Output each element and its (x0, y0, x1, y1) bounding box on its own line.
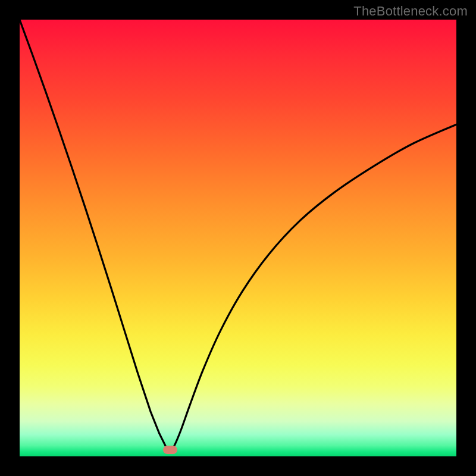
cusp-marker (163, 446, 177, 454)
plot-background-gradient (20, 20, 456, 456)
chart-stage: TheBottleneck.com (0, 0, 476, 476)
watermark-text: TheBottleneck.com (353, 4, 468, 19)
